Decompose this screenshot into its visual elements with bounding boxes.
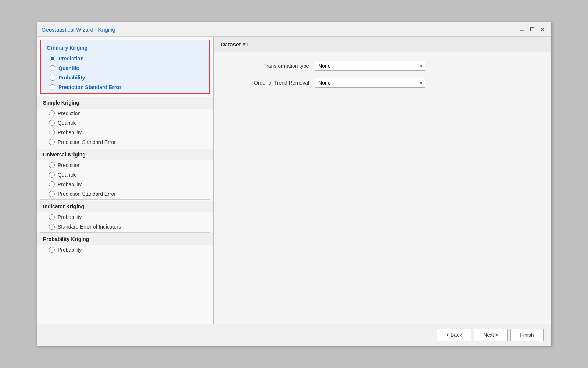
ok-quantile-radio[interactable] — [50, 65, 55, 71]
pk-probability-radio[interactable] — [49, 247, 55, 253]
universal-kriging-header: Universal Kriging — [37, 149, 213, 160]
pk-probability-label: Probability — [58, 247, 82, 253]
sk-quantile-radio[interactable] — [49, 120, 55, 126]
order-of-trend-select-wrapper: None First Second — [315, 78, 425, 88]
probability-kriging-header: Probability Kriging — [37, 233, 213, 245]
ik-sei-radio[interactable] — [49, 224, 55, 230]
indicator-kriging-header: Indicator Kriging — [37, 201, 213, 212]
dataset-header: Dataset #1 — [214, 37, 551, 52]
sk-quantile-item[interactable]: Quantile — [37, 118, 213, 128]
ordinary-kriging-group: Ordinary Kriging Prediction Quantile Pro… — [40, 40, 210, 94]
simple-kriging-header: Simple Kriging — [37, 97, 213, 109]
order-of-trend-label: Order of Trend Removal — [228, 80, 309, 86]
window-title-accent: Kriging — [98, 26, 115, 33]
uk-pse-item[interactable]: Prediction Standard Error — [37, 189, 213, 199]
form-area: Transformation type None Log Box-Cox Arc… — [214, 52, 551, 96]
right-panel: Dataset #1 Transformation type None Log … — [214, 37, 551, 324]
uk-quantile-item[interactable]: Quantile — [37, 170, 213, 180]
indicator-kriging-group: Indicator Kriging Probability Standard E… — [37, 201, 213, 231]
divider-3 — [40, 199, 210, 200]
uk-prediction-label: Prediction — [58, 162, 80, 168]
uk-prediction-item[interactable]: Prediction — [37, 160, 213, 170]
uk-probability-radio[interactable] — [49, 181, 55, 187]
ik-sei-label: Standard Error of Indicators — [58, 224, 121, 230]
sk-probability-label: Probability — [58, 130, 82, 135]
order-of-trend-select[interactable]: None First Second — [315, 78, 425, 88]
sk-pse-label: Prediction Standard Error — [58, 139, 116, 145]
sk-prediction-item[interactable]: Prediction — [37, 109, 213, 118]
uk-pse-radio[interactable] — [49, 191, 55, 197]
minimize-button[interactable]: 🗕 — [518, 25, 526, 33]
ok-prediction-label: Prediction — [58, 56, 83, 61]
sk-prediction-label: Prediction — [58, 110, 80, 116]
ok-quantile-label: Quantile — [58, 65, 79, 71]
universal-kriging-group: Universal Kriging Prediction Quantile Pr… — [37, 149, 213, 199]
uk-probability-item[interactable]: Probability — [37, 180, 213, 189]
title-bar: Geostatistical Wizard - Kriging 🗕 ⧠ ✕ — [37, 22, 551, 37]
sk-pse-item[interactable]: Prediction Standard Error — [37, 137, 213, 147]
back-button[interactable]: < Back — [437, 329, 471, 341]
simple-kriging-group: Simple Kriging Prediction Quantile Proba… — [37, 97, 213, 147]
ik-probability-item[interactable]: Probability — [37, 212, 213, 222]
sk-quantile-label: Quantile — [58, 120, 77, 126]
window-title-static: Geostatistical Wizard - — [42, 26, 98, 33]
order-of-trend-row: Order of Trend Removal None First Second — [228, 78, 536, 88]
restore-button[interactable]: ⧠ — [528, 25, 536, 33]
transformation-type-label: Transformation type — [228, 63, 309, 69]
divider-2 — [40, 148, 210, 148]
left-panel: Ordinary Kriging Prediction Quantile Pro… — [37, 37, 214, 324]
ik-sei-item[interactable]: Standard Error of Indicators — [37, 222, 213, 231]
ok-quantile-item[interactable]: Quantile — [41, 63, 209, 73]
sk-probability-item[interactable]: Probability — [37, 128, 213, 137]
ik-probability-label: Probability — [58, 214, 82, 220]
sk-pse-radio[interactable] — [49, 139, 55, 145]
close-button[interactable]: ✕ — [538, 25, 546, 33]
ok-probability-item[interactable]: Probability — [41, 73, 209, 82]
pk-probability-item[interactable]: Probability — [37, 245, 213, 255]
sk-probability-radio[interactable] — [49, 130, 55, 135]
method-list[interactable]: Ordinary Kriging Prediction Quantile Pro… — [37, 37, 213, 324]
bottom-bar: < Back Next > Finish — [37, 324, 551, 346]
ok-pse-radio[interactable] — [50, 84, 55, 90]
transformation-type-row: Transformation type None Log Box-Cox Arc… — [228, 61, 536, 71]
ok-prediction-item[interactable]: Prediction — [41, 54, 209, 63]
sk-prediction-radio[interactable] — [49, 110, 55, 116]
uk-quantile-label: Quantile — [58, 172, 77, 178]
window-title: Geostatistical Wizard - Kriging — [42, 26, 115, 33]
ordinary-kriging-header: Ordinary Kriging — [41, 42, 209, 54]
ok-probability-label: Probability — [58, 75, 85, 81]
next-button[interactable]: Next > — [474, 329, 508, 341]
ok-probability-radio[interactable] — [50, 75, 55, 81]
divider-4 — [40, 232, 210, 233]
title-controls: 🗕 ⧠ ✕ — [518, 25, 546, 33]
transformation-type-select[interactable]: None Log Box-Cox Arcsine Normal Score — [315, 61, 425, 71]
ok-pse-item[interactable]: Prediction Standard Error — [41, 82, 209, 92]
ok-pse-label: Prediction Standard Error — [58, 84, 121, 90]
finish-button[interactable]: Finish — [510, 329, 544, 341]
main-window: Geostatistical Wizard - Kriging 🗕 ⧠ ✕ Or… — [37, 22, 551, 346]
uk-pse-label: Prediction Standard Error — [58, 191, 116, 197]
content-area: Ordinary Kriging Prediction Quantile Pro… — [37, 37, 551, 324]
transformation-type-select-wrapper: None Log Box-Cox Arcsine Normal Score — [315, 61, 425, 71]
uk-probability-label: Probability — [58, 181, 82, 187]
ok-prediction-radio[interactable] — [50, 56, 55, 61]
uk-quantile-radio[interactable] — [49, 172, 55, 178]
divider-1 — [40, 96, 210, 96]
uk-prediction-radio[interactable] — [49, 162, 55, 168]
ik-probability-radio[interactable] — [49, 214, 55, 220]
probability-kriging-group: Probability Kriging Probability — [37, 233, 213, 255]
